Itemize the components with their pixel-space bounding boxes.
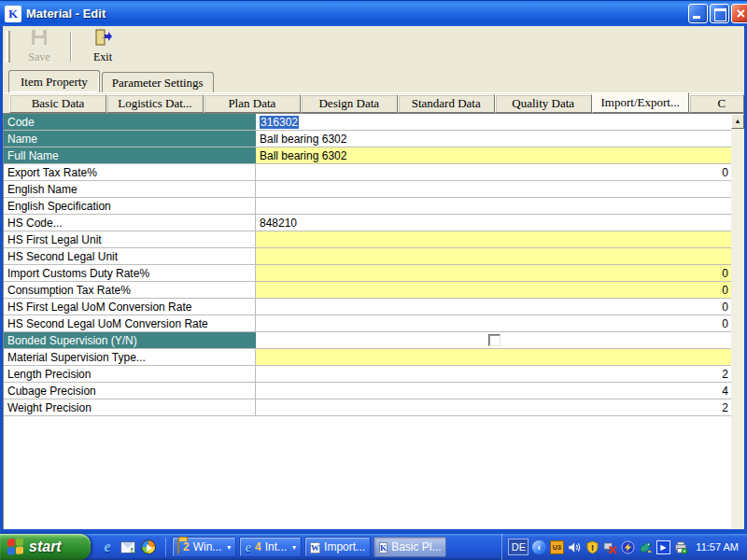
form-row: Bonded Supervision (Y/N) — [4, 332, 731, 349]
internet-explorer-icon[interactable]: e — [100, 539, 115, 554]
taskbar-button-label: Win... — [193, 540, 222, 553]
language-indicator[interactable]: DE — [508, 539, 529, 555]
taskbar-button[interactable]: e4Int...▾ — [239, 537, 302, 557]
outlook-express-icon[interactable] — [120, 539, 135, 554]
tray-clock: 11:57 AM — [696, 541, 739, 553]
taskbar-button[interactable]: KBasic Pl... — [374, 537, 446, 557]
field-label: Name — [4, 131, 256, 147]
minimize-button[interactable] — [688, 4, 708, 23]
form-row: Length Precision2 — [4, 366, 731, 383]
window-body: Save Exit Item PropertyParameter Setting… — [0, 26, 747, 534]
field-value[interactable] — [256, 332, 731, 348]
field-value[interactable]: 2 — [256, 399, 731, 415]
taskbar-button[interactable]: WImport... — [304, 537, 371, 557]
field-value[interactable]: Ball bearing 6302 — [256, 147, 731, 163]
form-row: Weight Precision2 — [4, 399, 731, 416]
volume-icon[interactable] — [567, 539, 582, 554]
app-icon: K — [5, 6, 21, 22]
print-spooler-icon[interactable] — [673, 539, 688, 554]
group-count: 2 — [183, 540, 190, 553]
taskbar-button[interactable]: 2Win...▾ — [172, 537, 236, 557]
form-row: Import Customs Duty Rate%0 — [4, 265, 731, 282]
field-value[interactable] — [256, 181, 731, 197]
subtab-basic-data[interactable]: Basic Data — [9, 94, 106, 113]
field-value[interactable]: 4 — [256, 383, 731, 399]
start-button[interactable]: start — [0, 534, 91, 560]
folder-icon — [177, 540, 179, 553]
field-label: Cubage Precision — [4, 383, 256, 399]
network-error-icon[interactable] — [602, 539, 617, 554]
taskbar-button-label: Import... — [324, 540, 365, 553]
save-button[interactable]: Save — [14, 28, 64, 65]
subtab-c[interactable]: C — [689, 94, 744, 113]
tab-parameter-settings[interactable]: Parameter Settings — [102, 72, 214, 92]
field-value[interactable]: 848210 — [256, 215, 731, 231]
security-shield-icon[interactable]: ! — [585, 539, 599, 554]
title-bar[interactable]: K Material - Edit — [0, 0, 747, 26]
form-row: English Name — [4, 181, 731, 198]
form-row: Full NameBall bearing 6302 — [4, 147, 731, 164]
field-value[interactable] — [256, 248, 731, 264]
form-row: Code316302 — [4, 114, 731, 131]
form-row: Material Supervision Type... — [4, 349, 731, 366]
toolbar-separator — [70, 32, 72, 62]
field-value[interactable]: 2 — [256, 366, 731, 382]
field-value[interactable]: 0 — [256, 282, 731, 298]
subtab-plan-data[interactable]: Plan Data — [204, 94, 301, 113]
field-value[interactable]: 0 — [256, 164, 731, 180]
svg-text:!: ! — [591, 543, 594, 553]
subtab-import-export-[interactable]: Import/Export... — [592, 92, 689, 113]
field-value[interactable]: Ball bearing 6302 — [256, 131, 731, 147]
tab-item-property[interactable]: Item Property — [8, 70, 100, 92]
main-tabs: Item PropertyParameter Settings — [3, 67, 744, 92]
tray-chevron-icon[interactable]: ‹ — [531, 539, 546, 554]
k3-icon: K — [379, 540, 388, 554]
field-value[interactable]: 0 — [256, 299, 731, 315]
form-row: Cubage Precision4 — [4, 383, 731, 399]
field-label: Material Supervision Type... — [4, 349, 256, 365]
field-value[interactable]: 0 — [256, 315, 731, 331]
field-label: Weight Precision — [4, 399, 256, 415]
exit-button[interactable]: Exit — [78, 28, 128, 65]
field-label: Length Precision — [4, 366, 256, 382]
maximize-button[interactable] — [710, 4, 729, 23]
field-label: Bonded Supervision (Y/N) — [4, 332, 256, 348]
scroll-up-icon[interactable]: ▲ — [731, 114, 744, 129]
field-label: HS First Legal UoM Conversion Rate — [4, 299, 256, 315]
toolbar: Save Exit — [3, 26, 744, 67]
vertical-scrollbar[interactable]: ▲ — [731, 114, 744, 529]
subtab-design-data[interactable]: Design Data — [301, 94, 398, 113]
system-tray: DE ‹U3!▶ 11:57 AM — [501, 534, 747, 560]
group-count: 4 — [255, 540, 261, 553]
field-label: Import Customs Duty Rate% — [4, 265, 256, 281]
subtab-logistics-dat-[interactable]: Logistics Dat... — [106, 94, 204, 113]
field-value[interactable] — [256, 349, 731, 365]
form-row: HS Second Legal UoM Conversion Rate0 — [4, 315, 731, 332]
subtab-quality-data[interactable]: Quality Data — [495, 94, 592, 113]
toolbar-gripper[interactable] — [6, 31, 10, 63]
field-label: HS First Legal Unit — [4, 231, 256, 247]
field-label: Consumption Tax Rate% — [4, 282, 256, 298]
start-label: start — [29, 539, 69, 555]
field-label: HS Second Legal UoM Conversion Rate — [4, 315, 256, 331]
form-row: HS First Legal Unit — [4, 231, 731, 248]
form-row: HS First Legal UoM Conversion Rate0 — [4, 299, 731, 315]
field-value[interactable]: 0 — [256, 265, 731, 281]
media-play-icon[interactable]: ▶ — [655, 539, 670, 554]
windows-flag-icon — [7, 538, 24, 555]
u3-icon[interactable]: U3 — [549, 539, 564, 554]
field-value[interactable] — [256, 231, 731, 247]
taskbar-button-label: Basic Pl... — [391, 540, 441, 553]
form-row: HS Second Legal Unit — [4, 248, 731, 265]
bird-icon[interactable] — [638, 539, 653, 554]
field-value[interactable]: 316302 — [256, 114, 731, 130]
close-button[interactable] — [731, 4, 747, 23]
bonded-supervision-checkbox[interactable] — [488, 334, 500, 346]
property-grid: Code316302NameBall bearing 6302Full Name… — [3, 113, 744, 529]
field-label: HS Code... — [4, 215, 256, 231]
media-player-icon[interactable] — [141, 539, 156, 554]
messenger-icon[interactable] — [620, 539, 635, 554]
category-tabs: Basic DataLogistics Dat...Plan DataDesig… — [3, 92, 744, 113]
subtab-standard-data[interactable]: Standard Data — [398, 94, 495, 113]
field-value[interactable] — [256, 198, 731, 214]
